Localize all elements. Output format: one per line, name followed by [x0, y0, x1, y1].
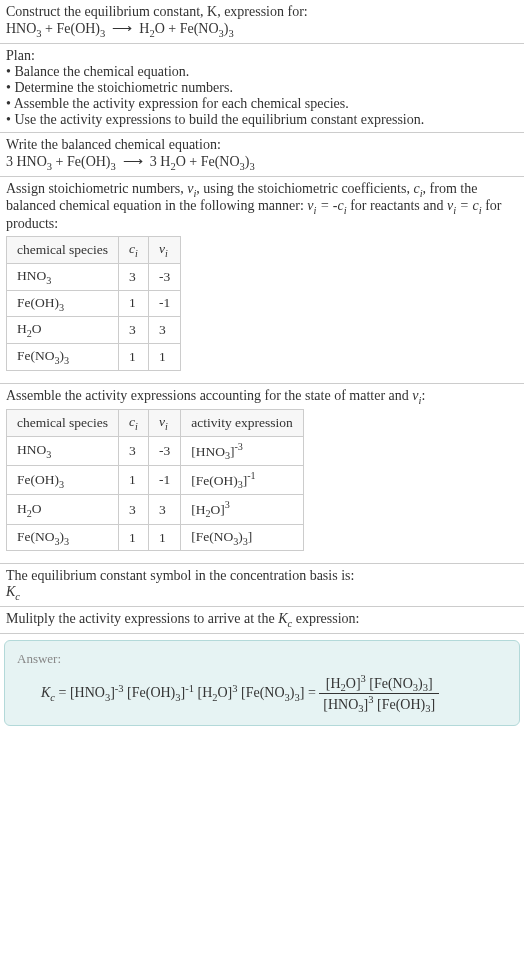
rel-products: νi = ci	[447, 198, 482, 213]
cell-vi: 1	[148, 524, 180, 551]
unbalanced-equation: HNO3 + Fe(OH)3 ⟶ H2O + Fe(NO3)3	[6, 20, 518, 39]
activity-table: chemical species ci νi activity expressi…	[6, 409, 304, 551]
kc-symbol: Kc	[6, 584, 518, 602]
table-row: Fe(NO3)311[Fe(NO3)3]	[7, 524, 304, 551]
balanced-section: Write the balanced chemical equation: 3 …	[0, 133, 524, 177]
cell-species: HNO3	[7, 437, 119, 466]
table-row: HNO33-3	[7, 263, 181, 290]
cell-vi: 3	[148, 317, 180, 344]
cell-species: H2O	[7, 317, 119, 344]
table-row: HNO33-3[HNO3]-3	[7, 437, 304, 466]
answer-box: Answer: Kc = [HNO3]-3 [Fe(OH)3]-1 [H2O]3…	[4, 640, 520, 726]
rel-reactants: νi = -ci	[307, 198, 346, 213]
cell-species: Fe(NO3)3	[7, 524, 119, 551]
cell-ci: 1	[119, 466, 149, 495]
cell-activity: [Fe(NO3)3]	[181, 524, 304, 551]
multiply-section: Mulitply the activity expressions to arr…	[0, 607, 524, 634]
cell-activity: [H2O]3	[181, 495, 304, 524]
col-species: chemical species	[7, 237, 119, 264]
cell-vi: 3	[148, 495, 180, 524]
question-section: Construct the equilibrium constant, K, e…	[0, 0, 524, 44]
stoich-table: chemical species ci νi HNO33-3 Fe(OH)31-…	[6, 236, 181, 370]
multiply-text: Mulitply the activity expressions to arr…	[6, 611, 518, 629]
c-i: ci	[413, 181, 422, 196]
question-prompt: Construct the equilibrium constant, K, e…	[6, 4, 518, 20]
plan-item: Determine the stoichiometric numbers.	[6, 80, 518, 96]
plan-item: Balance the chemical equation.	[6, 64, 518, 80]
kc-symbol-section: The equilibrium constant symbol in the c…	[0, 564, 524, 607]
cell-ci: 3	[119, 263, 149, 290]
col-ci: ci	[119, 237, 149, 264]
plan-section: Plan: Balance the chemical equation. Det…	[0, 44, 524, 133]
cell-vi: 1	[148, 343, 180, 370]
table-row: Fe(OH)31-1	[7, 290, 181, 317]
stoich-text-d: for reactants and	[347, 198, 447, 213]
stoich-text-b: , using the stoichiometric coefficients,	[196, 181, 413, 196]
plan-heading: Plan:	[6, 48, 518, 64]
col-vi: νi	[148, 410, 180, 437]
cell-ci: 1	[119, 290, 149, 317]
cell-vi: -1	[148, 290, 180, 317]
balanced-equation: 3 HNO3 + Fe(OH)3 ⟶ 3 H2O + Fe(NO3)3	[6, 153, 518, 172]
cell-species: Fe(NO3)3	[7, 343, 119, 370]
col-ci: ci	[119, 410, 149, 437]
table-header-row: chemical species ci νi	[7, 237, 181, 264]
kc-denominator: [HNO3]3 [Fe(OH)3]	[319, 694, 439, 714]
table-header-row: chemical species ci νi activity expressi…	[7, 410, 304, 437]
cell-vi: -3	[148, 263, 180, 290]
col-species: chemical species	[7, 410, 119, 437]
nu-i: νi	[187, 181, 196, 196]
cell-species: H2O	[7, 495, 119, 524]
cell-species: HNO3	[7, 263, 119, 290]
plan-item: Assemble the activity expression for eac…	[6, 96, 518, 112]
table-row: H2O33	[7, 317, 181, 344]
table-row: Fe(NO3)311	[7, 343, 181, 370]
cell-vi: -3	[148, 437, 180, 466]
cell-ci: 3	[119, 437, 149, 466]
cell-activity: [HNO3]-3	[181, 437, 304, 466]
prompt-text: Construct the equilibrium constant, K, e…	[6, 4, 308, 19]
stoich-text: Assign stoichiometric numbers, νi, using…	[6, 181, 518, 233]
kc-numerator: [H2O]3 [Fe(NO3)3]	[319, 673, 439, 694]
cell-ci: 3	[119, 317, 149, 344]
cell-ci: 1	[119, 524, 149, 551]
answer-label: Answer:	[17, 651, 507, 667]
stoich-text-a: Assign stoichiometric numbers,	[6, 181, 187, 196]
kc-expression: Kc = [HNO3]-3 [Fe(OH)3]-1 [H2O]3 [Fe(NO3…	[17, 673, 507, 715]
cell-species: Fe(OH)3	[7, 290, 119, 317]
col-vi: νi	[148, 237, 180, 264]
cell-ci: 1	[119, 343, 149, 370]
stoich-section: Assign stoichiometric numbers, νi, using…	[0, 177, 524, 384]
activity-section: Assemble the activity expressions accoun…	[0, 384, 524, 565]
cell-species: Fe(OH)3	[7, 466, 119, 495]
table-row: Fe(OH)31-1[Fe(OH)3]-1	[7, 466, 304, 495]
col-activity: activity expression	[181, 410, 304, 437]
plan-list: Balance the chemical equation. Determine…	[6, 64, 518, 128]
cell-ci: 3	[119, 495, 149, 524]
cell-activity: [Fe(OH)3]-1	[181, 466, 304, 495]
activity-heading: Assemble the activity expressions accoun…	[6, 388, 518, 406]
table-row: H2O33[H2O]3	[7, 495, 304, 524]
cell-vi: -1	[148, 466, 180, 495]
balanced-heading: Write the balanced chemical equation:	[6, 137, 518, 153]
kc-symbol-text: The equilibrium constant symbol in the c…	[6, 568, 518, 584]
plan-item: Use the activity expressions to build th…	[6, 112, 518, 128]
kc-fraction: [H2O]3 [Fe(NO3)3] [HNO3]3 [Fe(OH)3]	[319, 673, 439, 715]
